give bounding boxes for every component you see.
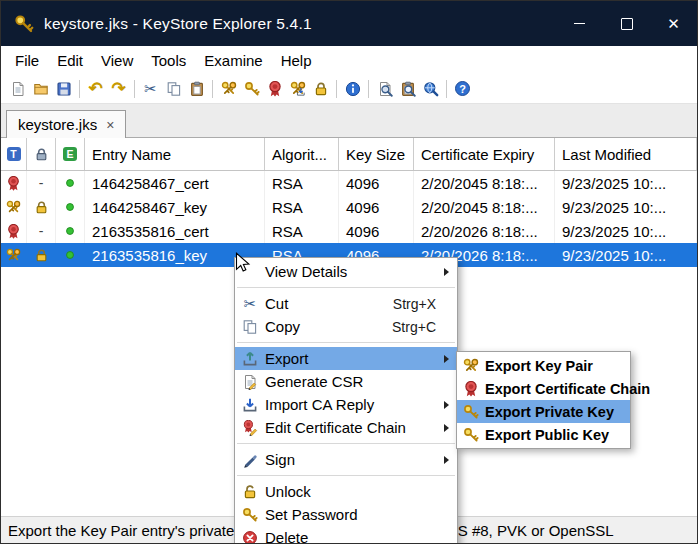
- redo-button[interactable]: ↷: [107, 77, 130, 100]
- generate-key-pair-button[interactable]: [217, 77, 240, 100]
- help-button[interactable]: ?: [451, 77, 474, 100]
- toolbar-separator: [446, 80, 447, 98]
- context-menu-item-view-details[interactable]: View Details: [235, 260, 457, 283]
- menubar-item-file[interactable]: File: [6, 49, 48, 72]
- import-icon: [235, 397, 265, 413]
- paste-button[interactable]: [185, 77, 208, 100]
- table-header: T E Entry Name Algorit... Key Size Certi…: [1, 138, 697, 171]
- minimize-button[interactable]: [556, 1, 603, 46]
- close-button[interactable]: ✕: [650, 1, 697, 46]
- table-row[interactable]: 1464258467_key RSA 4096 2/20/2045 8:18:.…: [1, 195, 697, 219]
- header-entry-name[interactable]: Entry Name: [85, 138, 265, 170]
- shortcut-label: Strg+X: [393, 296, 436, 312]
- submenu-arrow-icon: [444, 424, 449, 432]
- key-size: 4096: [339, 171, 414, 195]
- key-pair-icon: [457, 358, 485, 374]
- context-menu-item-generate-csr[interactable]: Generate CSR: [235, 370, 457, 393]
- expiry-badge-icon: E: [63, 147, 77, 161]
- padlock-icon: [34, 248, 49, 263]
- export-icon: [235, 351, 265, 367]
- undo-button[interactable]: ↶: [84, 77, 107, 100]
- menu-separator: [237, 443, 455, 444]
- table-row[interactable]: - 1464258467_cert RSA 4096 2/20/2045 8:1…: [1, 171, 697, 195]
- header-lock-status[interactable]: [27, 138, 56, 170]
- menubar-item-examine[interactable]: Examine: [195, 49, 271, 72]
- padlock-icon: [34, 200, 49, 215]
- keystore-explorer-window: keystore.jks - KeyStore Explorer 5.4.1 ✕…: [0, 0, 698, 544]
- titlebar[interactable]: keystore.jks - KeyStore Explorer 5.4.1 ✕: [1, 1, 697, 46]
- import-key-pair-icon: [290, 81, 306, 97]
- key-icon: [244, 81, 260, 97]
- context-menu-item-sign[interactable]: Sign: [235, 448, 457, 471]
- submenu-item-export-private-key[interactable]: Export Private Key: [457, 400, 630, 423]
- context-menu-item-import-ca-reply[interactable]: Import CA Reply: [235, 393, 457, 416]
- export-submenu: Export Key Pair Export Certificate Chain…: [456, 351, 631, 449]
- header-key-size[interactable]: Key Size: [339, 138, 414, 170]
- last-modified: 9/23/2025 10:...: [555, 219, 697, 243]
- close-icon: ✕: [667, 15, 680, 33]
- toolbar-separator: [79, 80, 80, 98]
- header-algorithm[interactable]: Algorit...: [265, 138, 339, 170]
- header-certificate-expiry[interactable]: Certificate Expiry: [414, 138, 555, 170]
- menubar-item-help[interactable]: Help: [272, 49, 321, 72]
- copy-button[interactable]: [162, 77, 185, 100]
- toolbar-separator: [336, 80, 337, 98]
- open-folder-icon: [33, 81, 49, 97]
- import-trusted-certificate-button[interactable]: [263, 77, 286, 100]
- mouse-cursor-icon: [231, 251, 253, 273]
- context-menu-item-delete[interactable]: Delete: [235, 526, 457, 544]
- toolbar: ↶ ↷ ✂ ?: [1, 74, 697, 104]
- examine-file-button[interactable]: [373, 77, 396, 100]
- header-type[interactable]: T: [1, 138, 27, 170]
- generate-secret-key-button[interactable]: [240, 77, 263, 100]
- paste-icon: [189, 81, 205, 97]
- open-button[interactable]: [29, 77, 52, 100]
- certificate-icon: [6, 176, 21, 191]
- info-icon: [345, 81, 361, 97]
- context-menu-item-export[interactable]: Export: [235, 347, 457, 370]
- examine-clipboard-button[interactable]: [396, 77, 419, 100]
- save-icon: [56, 81, 72, 97]
- entry-name: 2163535816_cert: [85, 219, 265, 243]
- import-key-pair-button[interactable]: [286, 77, 309, 100]
- entry-name: 1464258467_cert: [85, 171, 265, 195]
- submenu-item-export-certificate-chain[interactable]: Export Certificate Chain: [457, 377, 630, 400]
- context-menu-item-set-password[interactable]: Set Password: [235, 503, 457, 526]
- submenu-arrow-icon: [444, 268, 449, 276]
- key-icon: [457, 404, 485, 420]
- copy-icon: [166, 81, 182, 97]
- tab-keystore-jks[interactable]: keystore.jks ×: [6, 110, 126, 138]
- header-last-modified[interactable]: Last Modified: [555, 138, 697, 170]
- maximize-button[interactable]: [603, 1, 650, 46]
- header-expiry-status[interactable]: E: [56, 138, 85, 170]
- examine-ssl-button[interactable]: [419, 77, 442, 100]
- menubar-item-edit[interactable]: Edit: [48, 49, 92, 72]
- new-button[interactable]: [6, 77, 29, 100]
- tab-strip: keystore.jks ×: [1, 104, 697, 138]
- set-password-button[interactable]: [309, 77, 332, 100]
- tab-close-icon[interactable]: ×: [106, 117, 114, 133]
- properties-button[interactable]: [341, 77, 364, 100]
- sign-icon: [235, 452, 265, 468]
- redo-icon: ↷: [111, 78, 125, 99]
- context-menu-item-edit-certificate-chain[interactable]: Edit Certificate Chain: [235, 416, 457, 439]
- unlock-icon: [235, 484, 265, 500]
- cut-button[interactable]: ✂: [139, 77, 162, 100]
- context-menu-item-copy[interactable]: Copy Strg+C: [235, 315, 457, 338]
- save-button[interactable]: [52, 77, 75, 100]
- context-menu-item-unlock[interactable]: Unlock: [235, 480, 457, 503]
- certificate-expiry: 2/20/2026 8:18:...: [414, 219, 555, 243]
- expiry-ok-icon: [64, 225, 76, 237]
- key-size: 4096: [339, 219, 414, 243]
- table-row[interactable]: - 2163535816_cert RSA 4096 2/20/2026 8:1…: [1, 219, 697, 243]
- submenu-item-export-key-pair[interactable]: Export Key Pair: [457, 354, 630, 377]
- submenu-item-export-public-key[interactable]: Export Public Key: [457, 423, 630, 446]
- key-pair-icon: [221, 81, 237, 97]
- menubar-item-view[interactable]: View: [92, 49, 142, 72]
- menubar-item-tools[interactable]: Tools: [142, 49, 195, 72]
- context-menu-item-cut[interactable]: ✂ Cut Strg+X: [235, 292, 457, 315]
- submenu-arrow-icon: [444, 456, 449, 464]
- key-size: 4096: [339, 195, 414, 219]
- key-pair-icon: [6, 200, 21, 215]
- last-modified: 9/23/2025 10:...: [555, 171, 697, 195]
